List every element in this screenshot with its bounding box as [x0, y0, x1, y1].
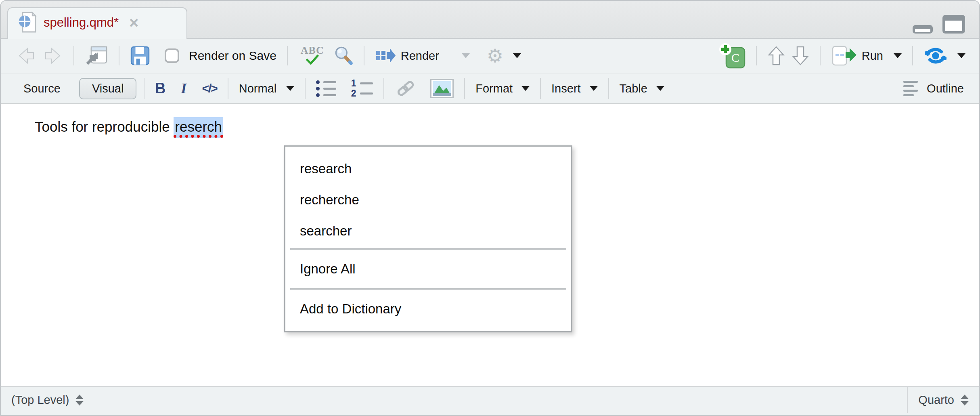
render-options-button[interactable]: ⚙	[484, 44, 524, 67]
toolbar-separator	[756, 46, 757, 65]
code-icon: </>	[202, 82, 217, 95]
status-bar: (Top Level) Quarto	[1, 386, 979, 413]
image-icon	[430, 79, 454, 98]
toolbar-separator	[144, 78, 144, 99]
render-dropdown-icon[interactable]	[462, 53, 470, 58]
render-on-save-label: Render on Save	[189, 49, 276, 63]
up-down-spinner-icon	[961, 395, 969, 405]
rerun-source-button[interactable]	[920, 43, 969, 69]
outline-toggle-button[interactable]: Outline	[900, 78, 967, 99]
menu-item-suggestion-1[interactable]: research	[285, 153, 571, 184]
scope-selector[interactable]: (Top Level)	[1, 387, 92, 413]
italic-button[interactable]: I	[178, 78, 190, 99]
outline-icon	[903, 81, 918, 96]
back-button[interactable]	[13, 44, 40, 67]
toolbar-separator	[383, 78, 384, 99]
chevron-down-icon	[513, 53, 521, 58]
run-dropdown-icon	[894, 53, 902, 58]
bold-icon: B	[155, 80, 165, 97]
minimize-icon[interactable]	[912, 24, 933, 34]
save-icon	[130, 46, 150, 66]
quarto-file-icon	[18, 11, 37, 34]
run-icon	[831, 45, 858, 67]
main-toolbar: Render on Save ABC	[1, 39, 979, 74]
toolbar-separator	[287, 46, 288, 65]
render-icon	[375, 46, 397, 65]
find-replace-button[interactable]	[330, 43, 356, 69]
format-menu[interactable]: Format	[472, 80, 533, 98]
chevron-down-icon	[521, 86, 530, 91]
menu-item-suggestion-3[interactable]: searcher	[285, 215, 571, 246]
menu-item-add-to-dictionary[interactable]: Add to Dictionary	[285, 292, 571, 326]
bold-button[interactable]: B	[152, 78, 169, 99]
outline-label: Outline	[927, 82, 964, 95]
spellcheck-icon: ABC	[301, 46, 324, 65]
table-menu[interactable]: Table	[616, 80, 668, 98]
toolbar-separator	[228, 78, 228, 99]
back-icon	[16, 46, 36, 65]
render-button[interactable]: Render	[372, 44, 442, 67]
checkbox-unchecked	[165, 48, 179, 63]
render-label: Render	[401, 49, 439, 63]
paragraph-style-value: Normal	[239, 82, 276, 95]
misspelled-word-selected[interactable]: reserch	[174, 117, 223, 138]
italic-icon: I	[181, 80, 186, 97]
insert-chunk-icon: C	[719, 43, 745, 69]
editor-pane: spelling.qmd* ×	[0, 0, 980, 416]
spelling-context-menu: research recherche searcher Ignore All A…	[284, 145, 572, 332]
menu-separator	[290, 248, 566, 250]
tab-spelling-qmd[interactable]: spelling.qmd* ×	[7, 7, 187, 39]
tab-visual-mode[interactable]: Visual	[79, 78, 136, 99]
svg-text:C: C	[731, 51, 739, 64]
forward-icon	[43, 46, 63, 65]
document-text-line: Tools for reproducible reserch	[35, 119, 223, 135]
chevron-down-icon	[656, 86, 664, 91]
popout-window-icon	[85, 45, 108, 66]
toolbar-separator	[820, 46, 821, 65]
format-label: Quarto	[918, 393, 954, 407]
forward-button[interactable]	[40, 44, 66, 67]
bullet-list-button[interactable]	[313, 78, 339, 99]
menu-item-suggestion-2[interactable]: recherche	[285, 184, 571, 215]
toolbar-separator	[608, 78, 609, 99]
go-previous-section-button[interactable]	[764, 43, 788, 69]
bullet-list-icon	[316, 80, 336, 97]
document-format-selector[interactable]: Quarto	[908, 387, 979, 413]
search-icon	[333, 45, 353, 66]
popout-window-button[interactable]	[82, 43, 111, 69]
format-toolbar: Source Visual B I </> Normal 1 2	[1, 74, 979, 104]
tab-source-mode[interactable]: Source	[15, 79, 69, 99]
paragraph-style-dropdown[interactable]: Normal	[236, 80, 297, 98]
close-icon[interactable]: ×	[129, 15, 138, 31]
save-button[interactable]	[127, 43, 153, 68]
go-next-section-button[interactable]	[788, 43, 812, 69]
toolbar-separator	[540, 78, 541, 99]
spellcheck-button[interactable]: ABC	[295, 44, 330, 68]
maximize-icon[interactable]	[942, 15, 965, 34]
toolbar-separator	[119, 46, 119, 65]
menu-item-ignore-all[interactable]: Ignore All	[285, 252, 571, 286]
numbered-list-button[interactable]: 1 2	[348, 77, 376, 100]
window-buttons	[912, 15, 965, 34]
toolbar-separator	[73, 46, 74, 65]
code-button[interactable]: </>	[199, 79, 220, 98]
insert-link-button[interactable]	[392, 76, 420, 101]
toolbar-separator	[364, 46, 364, 65]
insert-image-button[interactable]	[427, 76, 457, 101]
up-arrow-icon	[767, 45, 785, 66]
insert-chunk-button[interactable]: C	[716, 40, 749, 71]
chevron-down-icon	[590, 86, 598, 91]
insert-menu[interactable]: Insert	[548, 80, 601, 98]
toolbar-separator	[305, 78, 306, 99]
text-before-misspelling: Tools for reproducible	[35, 119, 174, 134]
tab-strip: spelling.qmd* ×	[1, 1, 979, 39]
run-button[interactable]: Run	[828, 42, 905, 69]
gear-icon: ⚙	[487, 46, 503, 65]
render-on-save-checkbox[interactable]: Render on Save	[161, 46, 280, 65]
chevron-down-icon	[957, 53, 965, 58]
tab-title: spelling.qmd*	[44, 15, 119, 30]
menu-separator	[290, 288, 566, 290]
numbered-list-icon: 1 2	[351, 79, 373, 97]
link-icon	[395, 79, 417, 98]
down-arrow-icon	[792, 45, 809, 66]
